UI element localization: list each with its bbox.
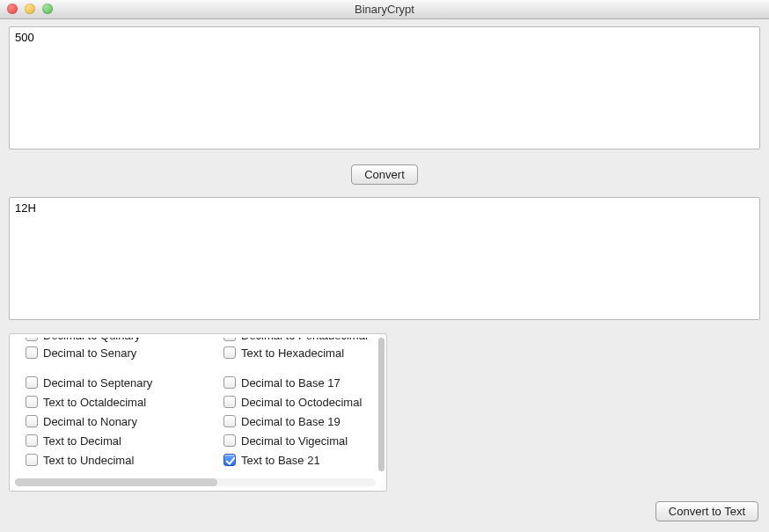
scrollbar-thumb[interactable] [15,478,217,486]
options-panel: Decimal to Quinary Decimal to Senary Dec… [9,333,387,492]
checkbox-icon[interactable] [223,434,236,447]
option-row[interactable]: Decimal to Quinary [26,338,223,343]
checkbox-icon[interactable] [26,415,38,427]
checkbox-icon[interactable] [26,454,38,466]
option-row[interactable]: Text to Undecimal [26,450,223,470]
checkbox-icon[interactable] [223,396,236,408]
option-label: Text to Undecimal [43,454,134,467]
minimize-icon[interactable] [25,4,35,14]
close-icon[interactable] [7,4,18,14]
option-label: Text to Octaldecimal [43,396,146,409]
zoom-icon[interactable] [42,4,53,14]
checkbox-icon[interactable] [223,415,236,427]
option-label: Decimal to Base 19 [241,415,341,428]
option-row[interactable]: Decimal to Octodecimal [223,392,387,412]
option-row[interactable]: Decimal to Senary [26,343,223,362]
option-label: Decimal to Senary [43,346,136,360]
checkbox-icon[interactable] [26,376,38,389]
output-textarea[interactable] [9,197,760,320]
checkbox-icon[interactable] [26,346,38,359]
options-horizontal-scrollbar[interactable] [15,478,376,486]
input-textarea[interactable] [9,26,760,149]
option-row[interactable]: Decimal to Septenary [26,373,223,392]
options-col-2: Decimal to Pentadecimal Text to Hexadeci… [223,338,387,471]
convert-button[interactable]: Convert [351,164,418,185]
title-bar: BinaryCrypt [0,0,769,19]
option-row[interactable]: Text to Hexadecimal [223,343,387,362]
option-label: Text to Decimal [43,434,121,448]
checkbox-icon[interactable] [223,454,236,466]
convert-to-text-button[interactable]: Convert to Text [655,501,758,521]
option-label: Decimal to Quinary [43,338,141,342]
option-label: Text to Hexadecimal [241,346,344,360]
options-col-1: Decimal to Quinary Decimal to Senary Dec… [26,338,223,471]
option-row[interactable]: Text to Octaldecimal [26,392,223,412]
option-label: Decimal to Vigecimal [241,434,348,448]
checkbox-icon[interactable] [223,338,236,341]
option-label: Decimal to Octodecimal [241,396,362,409]
checkbox-icon[interactable] [26,434,38,447]
option-label: Decimal to Base 17 [241,376,341,390]
checkbox-icon[interactable] [223,346,236,359]
option-row[interactable]: Decimal to Base 17 [223,373,387,392]
options-vertical-scrollbar[interactable] [377,338,384,471]
option-label: Decimal to Pentadecimal [241,338,368,342]
checkbox-icon[interactable] [26,338,38,341]
window-controls [7,4,53,14]
checkbox-icon[interactable] [223,376,236,389]
option-label: Decimal to Septenary [43,376,152,390]
option-row[interactable]: Decimal to Pentadecimal [223,338,387,343]
window-title: BinaryCrypt [355,3,414,16]
option-label: Decimal to Nonary [43,415,137,428]
option-row[interactable]: Decimal to Base 19 [223,412,387,431]
scrollbar-thumb[interactable] [378,338,384,471]
option-row[interactable]: Decimal to Vigecimal [223,431,387,450]
checkbox-icon[interactable] [26,396,38,408]
option-row[interactable]: Decimal to Nonary [26,412,223,431]
option-label: Text to Base 21 [241,454,320,467]
option-row[interactable]: Text to Base 21 [223,450,387,470]
option-row[interactable]: Text to Decimal [26,431,223,450]
